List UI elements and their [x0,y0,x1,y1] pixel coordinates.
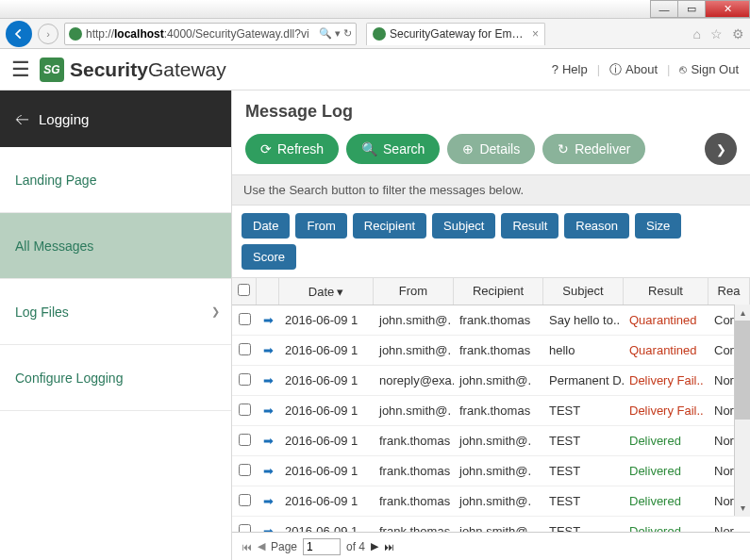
column-result[interactable]: Result [624,278,708,305]
refresh-icon: ⟳ [260,141,272,156]
menu-toggle-button[interactable]: ☰ [11,58,30,82]
sidebar-item-configure-logging[interactable]: Configure Logging [0,345,231,411]
page-title: Message Log [232,91,750,129]
select-all-checkbox[interactable] [238,284,250,296]
table-row[interactable]: 2016-06-09 1john.smith@.frank.thomasTEST… [232,396,750,426]
cell-date: 2016-06-09 1 [279,520,374,532]
pager-page-input[interactable] [303,538,341,555]
pager-prev-button[interactable]: ◀ [258,540,265,552]
cell-recipient: frank.thomas [454,309,543,331]
sidebar-item-landing-page[interactable]: Landing Page [0,147,231,213]
cell-recipient: john.smith@. [454,460,543,482]
filter-size[interactable]: Size [635,213,681,239]
row-checkbox[interactable] [239,404,251,416]
favorites-icon[interactable]: ☆ [710,26,723,41]
cell-subject: TEST [543,460,624,482]
window-maximize-button[interactable]: ▭ [677,0,706,18]
refresh-icon[interactable]: ↻ [343,27,352,40]
sidebar: 🡠 Logging Landing Page All Messages Log … [0,91,232,560]
browser-back-button[interactable] [6,21,32,47]
row-checkbox[interactable] [239,464,251,476]
search-button[interactable]: 🔍Search [346,134,440,164]
settings-icon[interactable]: ⚙ [732,26,744,41]
column-recipient[interactable]: Recipient [454,278,543,305]
row-checkbox[interactable] [239,494,251,506]
column-from[interactable]: From [374,278,454,305]
filter-from[interactable]: From [295,213,346,239]
tab-favicon-icon [373,27,386,41]
row-checkbox[interactable] [239,343,251,355]
direction-icon [263,524,274,532]
cell-from: frank.thomas [374,430,454,452]
app-logo: SG SecurityGateway [40,58,226,82]
home-icon[interactable]: ⌂ [693,26,701,41]
column-subject[interactable]: Subject [543,278,624,305]
table-row[interactable]: 2016-06-09 1frank.thomasjohn.smith@.TEST… [232,456,750,486]
toolbar: ⟳Refresh 🔍Search ⊕Details ↻Redeliver ❯ [232,129,750,174]
row-checkbox[interactable] [239,313,251,325]
row-checkbox[interactable] [239,434,251,446]
table-row[interactable]: 2016-06-09 1frank.thomasjohn.smith@.TEST… [232,486,750,517]
table-row[interactable]: 2016-06-09 1frank.thomasjohn.smith@.TEST… [232,426,750,456]
signout-link[interactable]: ⎋Sign Out [679,62,739,76]
cell-subject: hello [543,339,624,361]
direction-icon [263,373,274,387]
row-checkbox[interactable] [239,524,251,533]
table-row[interactable]: 2016-06-09 1john.smith@.frank.thomashell… [232,336,750,366]
table-row[interactable]: 2016-06-09 1frank.thomasjohn.smith@.TEST… [232,517,750,532]
cell-date: 2016-06-09 1 [279,339,374,361]
filter-subject[interactable]: Subject [432,213,495,239]
cell-from: john.smith@. [374,339,454,361]
search-icon[interactable]: 🔍 [319,27,332,40]
cell-subject: Say hello to.. [543,309,624,331]
help-link[interactable]: ?Help [552,62,588,76]
pager: ⏮ ◀ Page of 4 ▶ ⏭ [232,532,750,560]
cell-subject: TEST [543,400,624,421]
cell-subject: Permanent D. [543,370,624,391]
scroll-up-button[interactable]: ▴ [735,305,750,321]
filter-reason[interactable]: Reason [564,213,629,239]
filter-score[interactable]: Score [242,244,296,270]
filter-date[interactable]: Date [242,213,290,239]
filter-result[interactable]: Result [501,213,558,239]
cell-reason: Nor [708,520,750,532]
sidebar-back-button[interactable]: 🡠 Logging [0,91,231,147]
window-minimize-button[interactable]: — [650,0,678,18]
browser-toolbar: › http://localhost:4000/SecurityGateway.… [0,19,750,49]
info-icon: ⓘ [609,61,622,78]
table-row[interactable]: 2016-06-09 1john.smith@.frank.thomasSay … [232,305,750,336]
details-button[interactable]: ⊕Details [447,134,535,164]
vertical-scrollbar[interactable]: ▴ ▾ [734,305,750,516]
about-link[interactable]: ⓘAbout [609,61,658,78]
cell-result: Delivered [624,460,708,482]
tab-close-icon[interactable]: × [532,27,539,41]
sidebar-item-log-files[interactable]: Log Files❯ [0,279,231,345]
table-row[interactable]: 2016-06-09 1noreply@exa.john.smith@.Perm… [232,366,750,396]
refresh-button[interactable]: ⟳Refresh [245,134,339,164]
more-actions-button[interactable]: ❯ [705,133,737,165]
row-checkbox[interactable] [239,373,251,386]
pager-last-button[interactable]: ⏭ [384,541,394,552]
cell-result: Quarantined [624,339,708,361]
column-reason[interactable]: Rea [708,278,750,305]
cell-recipient: frank.thomas [454,339,543,361]
zoom-icon: ⊕ [462,141,474,156]
filter-recipient[interactable]: Recipient [353,213,426,239]
browser-url-bar[interactable]: http://localhost:4000/SecurityGateway.dl… [64,23,357,45]
dropdown-icon[interactable]: ▾ [335,27,341,40]
redeliver-button[interactable]: ↻Redeliver [542,134,645,164]
tab-title: SecurityGateway for Email S... [390,27,528,41]
scroll-down-button[interactable]: ▾ [735,500,750,516]
window-close-button[interactable]: ✕ [705,0,750,18]
cell-date: 2016-06-09 1 [279,309,374,331]
sort-desc-icon: ▾ [337,285,343,299]
browser-forward-button[interactable]: › [38,24,58,44]
pager-first-button[interactable]: ⏮ [242,541,252,552]
browser-tab[interactable]: SecurityGateway for Email S... × [366,23,545,45]
cell-result: Delivered [624,490,708,512]
sidebar-item-all-messages[interactable]: All Messages [0,213,231,279]
cell-date: 2016-06-09 1 [279,370,374,391]
column-date[interactable]: Date▾ [279,278,374,305]
scroll-thumb[interactable] [735,321,750,420]
pager-next-button[interactable]: ▶ [371,540,378,552]
